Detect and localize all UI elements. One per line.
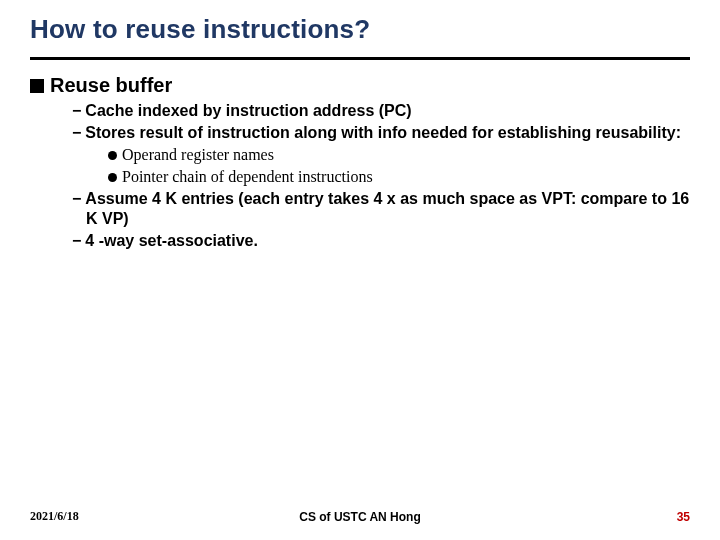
bullet-l2-text: Cache indexed by instruction address (PC… bbox=[85, 102, 411, 119]
bullet-l2-assume-4k: −Assume 4 K entries (each entry takes 4 … bbox=[72, 189, 690, 229]
bullet-l3-text: Operand register names bbox=[122, 146, 274, 163]
bullet-l2-stores-result: −Stores result of instruction along with… bbox=[72, 123, 690, 143]
title-rule bbox=[30, 57, 690, 60]
bullet-l1-text: Reuse buffer bbox=[50, 74, 172, 96]
bullet-l3-operand: Operand register names bbox=[108, 145, 690, 165]
footer-page-number: 35 bbox=[677, 510, 690, 524]
disc-bullet-icon bbox=[108, 151, 117, 160]
slide: How to reuse instructions? Reuse buffer … bbox=[0, 0, 720, 540]
bullet-l2-cache-indexed: −Cache indexed by instruction address (P… bbox=[72, 101, 690, 121]
bullet-l3-pointer-chain: Pointer chain of dependent instructions bbox=[108, 167, 690, 187]
dash-icon: − bbox=[72, 190, 81, 207]
bullet-l3-text: Pointer chain of dependent instructions bbox=[122, 168, 373, 185]
bullet-l2-text: Stores result of instruction along with … bbox=[85, 124, 681, 141]
dash-icon: − bbox=[72, 232, 81, 249]
bullet-l2-text: 4 -way set-associative. bbox=[85, 232, 258, 249]
dash-icon: − bbox=[72, 102, 81, 119]
bullet-l1-reuse-buffer: Reuse buffer bbox=[30, 74, 690, 97]
dash-icon: − bbox=[72, 124, 81, 141]
slide-title: How to reuse instructions? bbox=[30, 14, 690, 45]
square-bullet-icon bbox=[30, 79, 44, 93]
bullet-l2-text: Assume 4 K entries (each entry takes 4 x… bbox=[85, 190, 689, 227]
footer-center: CS of USTC AN Hong bbox=[30, 510, 690, 524]
bullet-l2-4way: −4 -way set-associative. bbox=[72, 231, 690, 251]
disc-bullet-icon bbox=[108, 173, 117, 182]
